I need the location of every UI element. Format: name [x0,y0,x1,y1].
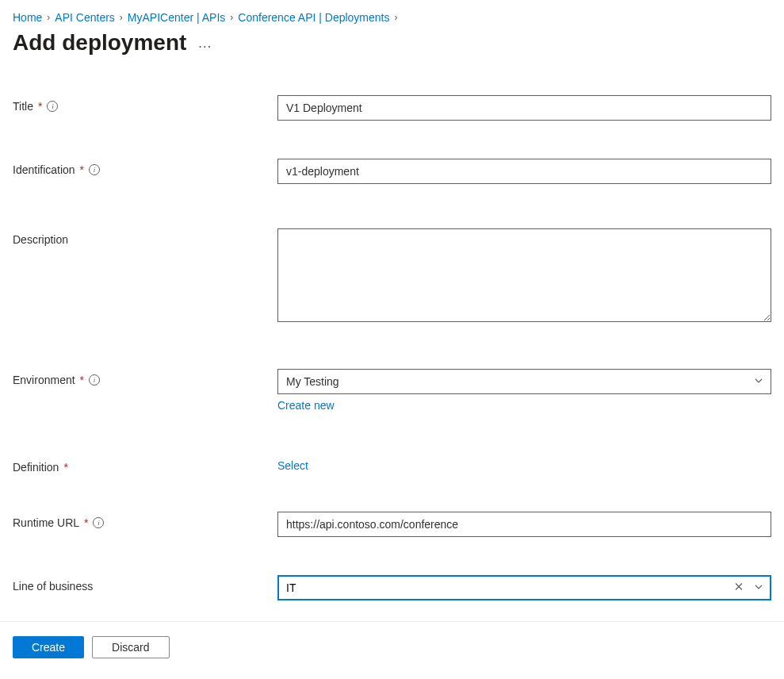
required-indicator: * [38,100,42,113]
footer: Create Discard [13,636,771,671]
page-header: Add deployment … [13,30,771,56]
breadcrumb-api-centers[interactable]: API Centers [55,11,114,24]
chevron-right-icon: › [47,12,50,23]
info-icon[interactable]: i [47,101,58,112]
more-icon[interactable]: … [197,36,212,50]
form-row-identification: Identification * i [13,159,771,184]
label-title: Title * i [13,95,277,113]
label-environment: Environment * i [13,369,277,386]
label-description: Description [13,228,277,246]
title-input[interactable] [277,95,771,121]
description-label: Description [13,233,68,246]
identification-label: Identification [13,163,75,176]
form-row-environment: Environment * i Create new [13,369,771,412]
required-indicator: * [63,461,67,474]
info-icon[interactable]: i [89,374,100,386]
label-identification: Identification * i [13,159,277,176]
breadcrumb-conference-api-deployments[interactable]: Conference API | Deployments [238,11,389,24]
page-title: Add deployment [13,30,186,56]
runtime-url-label: Runtime URL [13,516,79,529]
form-row-title: Title * i [13,95,771,121]
line-of-business-label: Line of business [13,580,93,593]
definition-label: Definition [13,461,59,474]
description-input[interactable] [277,228,771,322]
chevron-right-icon: › [395,12,398,23]
required-indicator: * [84,516,88,529]
info-icon[interactable]: i [89,164,100,175]
info-icon[interactable]: i [93,517,104,528]
required-indicator: * [80,374,84,386]
create-new-link[interactable]: Create new [277,399,335,412]
form-row-description: Description [13,228,771,324]
required-indicator: * [80,163,84,176]
runtime-url-input[interactable] [277,512,771,537]
divider [0,621,784,622]
form-row-line-of-business: Line of business [13,575,771,600]
discard-button[interactable]: Discard [92,636,169,658]
create-button[interactable]: Create [13,636,84,658]
breadcrumb-myapicenter-apis[interactable]: MyAPICenter | APIs [128,11,225,24]
form-row-definition: Definition * Select [13,456,771,474]
close-icon[interactable] [733,581,744,595]
environment-select[interactable] [277,369,771,394]
identification-input[interactable] [277,159,771,184]
environment-label: Environment [13,374,75,386]
form-row-runtime-url: Runtime URL * i [13,512,771,537]
breadcrumb-home[interactable]: Home [13,11,42,24]
label-line-of-business: Line of business [13,575,277,593]
label-runtime-url: Runtime URL * i [13,512,277,529]
chevron-right-icon: › [230,12,233,23]
line-of-business-input[interactable] [277,575,771,600]
label-definition: Definition * [13,456,277,474]
chevron-right-icon: › [120,12,123,23]
title-label: Title [13,100,33,113]
definition-select-link[interactable]: Select [277,459,308,472]
breadcrumb: Home › API Centers › MyAPICenter | APIs … [13,11,771,24]
